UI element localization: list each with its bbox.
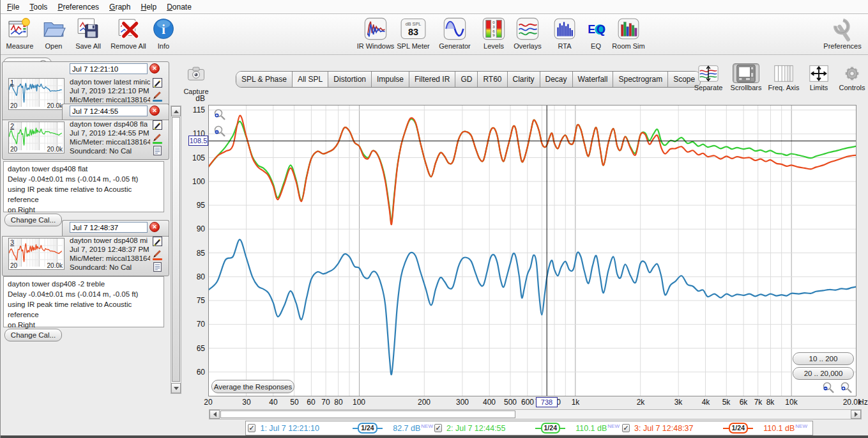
room-sim-button[interactable]: Room Sim — [611, 16, 646, 50]
tab-clarity[interactable]: Clarity — [508, 72, 540, 87]
overlays-button[interactable]: Overlays — [510, 16, 545, 50]
vscroll-thumb[interactable] — [172, 117, 180, 382]
info-button[interactable]: i Info — [151, 16, 176, 50]
menu-preferences[interactable]: Preferences — [52, 1, 104, 13]
freq-range-10-200-button[interactable]: 10 .. 200 — [793, 352, 854, 365]
smoothing-badge[interactable]: 1/24 — [729, 423, 748, 434]
ir-windows-button[interactable]: IR Windows — [357, 16, 394, 50]
change-cal-button[interactable]: Change Cal... — [4, 329, 62, 341]
tab-spectrogram[interactable]: Spectrogram — [613, 72, 668, 87]
tab-impulse[interactable]: Impulse — [372, 72, 409, 87]
spl-plot-area[interactable] — [208, 105, 857, 396]
legend-item-1[interactable]: ✓ 1: Jul 7 12:21:10 1/24 82.7 dBNEW — [248, 421, 433, 435]
tab-waterfall[interactable]: Waterfall — [573, 72, 614, 87]
menu-help[interactable]: Help — [135, 1, 162, 13]
ir-windows-icon — [363, 16, 388, 42]
menu-graph[interactable]: Graph — [104, 1, 135, 13]
pencil-icon[interactable] — [153, 90, 162, 100]
open-button[interactable]: Open — [39, 16, 68, 50]
legend-checkbox[interactable]: ✓ — [622, 424, 630, 432]
menu-file[interactable]: File — [2, 1, 24, 13]
overlays-icon — [515, 16, 540, 42]
trace-3 — [208, 116, 857, 225]
measurement-index: 1 — [10, 79, 14, 86]
separate-button[interactable]: Separate — [690, 63, 726, 91]
measurement-thumbnail[interactable]: 2 20 20.0k — [8, 121, 65, 153]
tab-distortion[interactable]: Distortion — [328, 72, 372, 87]
measure-button[interactable]: Measure — [3, 16, 36, 50]
notes-icon[interactable] — [153, 262, 162, 272]
trace-2 — [208, 119, 857, 222]
tab-spl-phase[interactable]: SPL & Phase — [236, 72, 293, 87]
legend-checkbox[interactable]: ✓ — [248, 424, 255, 432]
eq-button[interactable]: EQ EQ — [582, 16, 610, 50]
legend-item-3[interactable]: ✓ 3: Jul 7 12:48:37 1/24 110.1 dBNEW — [622, 421, 807, 435]
smoothing-badge[interactable]: 1/24 — [541, 423, 560, 434]
measurement-thumbnail[interactable]: 3 20 20.0k — [8, 238, 65, 270]
svg-text:E: E — [588, 23, 595, 36]
rta-button[interactable]: RTA — [550, 16, 579, 50]
x-tick-20: 20 — [194, 398, 222, 407]
generator-button[interactable]: Generator — [435, 16, 475, 50]
tab-all-spl[interactable]: All SPL — [293, 72, 328, 87]
menu-bar: FileToolsPreferencesGraphHelpDonate — [1, 0, 868, 14]
spl-meter-button[interactable]: dB SPL83 SPL Meter — [394, 16, 432, 50]
freq-axis-button[interactable]: Freq. Axis — [765, 63, 803, 91]
limits-button[interactable]: Limits — [803, 63, 835, 91]
x-tick-300: 300 — [448, 398, 476, 407]
rta-label: RTA — [558, 42, 572, 50]
overlays-label: Overlays — [514, 42, 541, 50]
camera-icon — [185, 61, 208, 87]
graph-tab-bar: SPL & PhaseAll SPLDistortionImpulseFilte… — [236, 71, 701, 88]
preferences-button[interactable]: Preferences — [822, 16, 863, 50]
measure-label: Measure — [6, 42, 34, 50]
hscroll-right-arrow[interactable] — [851, 410, 861, 419]
menu-donate[interactable]: Donate — [162, 1, 197, 13]
close-measurement-icon[interactable]: ✕ — [149, 63, 160, 74]
edit-icon[interactable] — [153, 237, 162, 246]
vscroll-track[interactable] — [171, 106, 181, 394]
average-responses-button[interactable]: Average the Responses — [211, 380, 294, 393]
separate-label: Separate — [694, 84, 723, 91]
tab-decay[interactable]: Decay — [540, 72, 573, 87]
hscroll-track[interactable] — [209, 409, 862, 419]
change-cal-button[interactable]: Change Cal... — [4, 214, 62, 226]
capture-button[interactable]: Capture — [183, 61, 209, 95]
smoothing-badge[interactable]: 1/24 — [358, 423, 377, 434]
scrollbars-button[interactable]: Scrollbars — [726, 63, 766, 91]
vscroll-down-arrow[interactable] — [171, 383, 181, 393]
trace-color-swatch — [153, 142, 162, 144]
close-measurement-icon[interactable]: ✕ — [149, 106, 160, 116]
hscroll-thumb[interactable] — [220, 411, 515, 418]
tab-filtered-ir[interactable]: Filtered IR — [409, 72, 455, 87]
legend-item-2[interactable]: ✓ 2: Jul 7 12:44:55 1/24 110.1 dBNEW — [434, 421, 620, 435]
edit-icon[interactable] — [153, 120, 162, 130]
save-all-button[interactable]: Save All — [71, 16, 105, 50]
new-flag: NEW — [795, 423, 807, 429]
close-measurement-icon[interactable]: ✕ — [149, 222, 160, 232]
measurement-panel-3[interactable]: ✕ 3 20 20.0k dayton tower dsp408 miJul 7… — [2, 220, 169, 276]
freq-range-20-20000-button[interactable]: 20 .. 20,000 — [793, 367, 854, 380]
notes-icon[interactable] — [153, 146, 162, 155]
vscroll-up-arrow[interactable] — [171, 106, 181, 116]
measurement-title-field[interactable] — [70, 63, 148, 74]
measurement-title-field[interactable] — [70, 106, 148, 116]
rew-application-window: FileToolsPreferencesGraphHelpDonate Meas… — [0, 0, 868, 438]
hscroll-left-arrow[interactable] — [209, 410, 220, 419]
pencil-icon[interactable] — [153, 249, 162, 258]
edit-icon[interactable] — [153, 78, 162, 88]
levels-button[interactable]: 0369 Levels — [478, 16, 509, 50]
legend-checkbox[interactable]: ✓ — [434, 424, 442, 432]
controls-button[interactable]: Controls — [835, 63, 868, 91]
tab-gd[interactable]: GD — [455, 72, 478, 87]
pencil-icon[interactable] — [153, 132, 162, 142]
measurement-title-field[interactable] — [70, 222, 148, 233]
remove-all-button[interactable]: Remove All — [108, 16, 149, 50]
spl-chart-svg[interactable] — [208, 105, 857, 396]
menu-tools[interactable]: Tools — [24, 1, 52, 13]
measurement-panel-2[interactable]: ✕ 2 20 20.0k dayton tower dsp408 flaJul … — [2, 104, 169, 160]
legend-value: 82.7 dBNEW — [393, 423, 433, 433]
x-tick-10k: 10k — [777, 398, 805, 407]
tab-rt60[interactable]: RT60 — [478, 72, 507, 87]
remove-all-icon — [116, 16, 141, 42]
